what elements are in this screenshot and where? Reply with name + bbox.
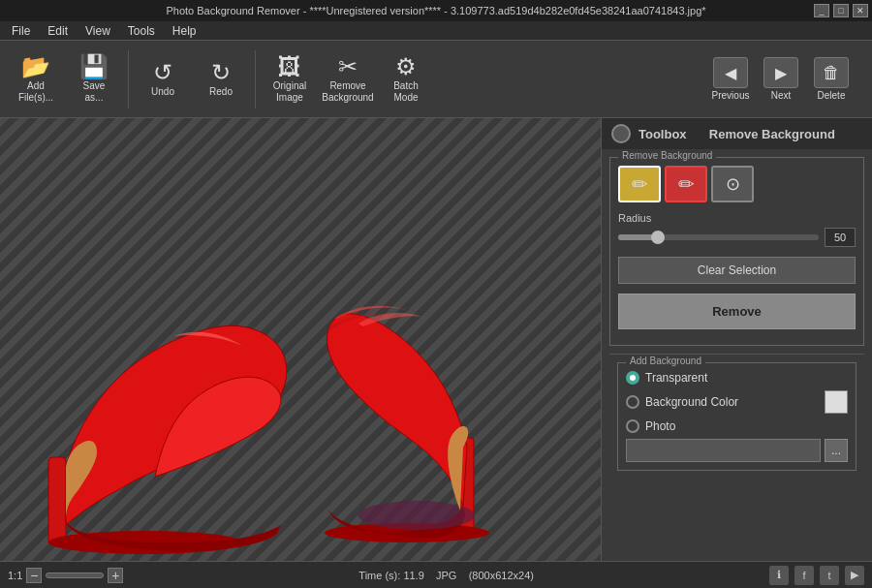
next-button[interactable]: ▶ Next <box>758 57 804 101</box>
format-label: JPG <box>436 570 456 581</box>
original-image-button[interactable]: 🖼 OriginalImage <box>262 46 318 113</box>
remove-bg-fieldset: Remove Background ✏ ✏ ⊙ Radius <box>609 157 864 346</box>
toolbox-icon <box>611 124 631 143</box>
radius-value: 50 <box>825 228 856 247</box>
browse-button[interactable]: ... <box>825 439 848 462</box>
original-image-icon: 🖼 <box>278 55 301 78</box>
delete-label: Delete <box>818 90 846 101</box>
paint-brush-icon: ✏ <box>632 172 648 196</box>
undo-icon: ↺ <box>153 61 172 84</box>
zoom-out-button[interactable]: − <box>26 568 42 583</box>
facebook-icon[interactable]: f <box>794 566 814 585</box>
main-area: Toolbox Remove Background Remove Backgro… <box>0 118 872 561</box>
time-label: Time (s): <box>358 570 400 581</box>
toolbar-separator-1 <box>128 50 129 108</box>
radius-slider-track[interactable] <box>618 234 819 240</box>
youtube-icon[interactable]: ▶ <box>845 566 864 585</box>
transparent-label: Transparent <box>645 371 707 385</box>
tool-buttons-row: ✏ ✏ ⊙ <box>618 166 856 202</box>
remove-bg-header-label: Remove Background <box>709 127 835 141</box>
zoom-slider[interactable] <box>46 573 104 578</box>
redo-label: Redo <box>209 86 233 98</box>
original-image-label: OriginalImage <box>273 80 306 104</box>
photo-label: Photo <box>645 419 675 433</box>
add-bg-section: Add Background Transparent Background Co… <box>609 354 864 486</box>
status-bar: 1:1 − + Time (s): 11.9 JPG (800x612x24) … <box>0 561 872 588</box>
batch-mode-icon: ⚙ <box>395 55 417 78</box>
batch-mode-button[interactable]: ⚙ BatchMode <box>378 46 434 113</box>
transparent-radio[interactable] <box>626 371 639 385</box>
save-as-label: Saveas... <box>83 80 106 104</box>
bg-color-label: Background Color <box>645 395 738 409</box>
eraser-icon: ✏ <box>678 172 695 196</box>
delete-icon: 🗑 <box>814 57 849 88</box>
toolbox-title: Toolbox <box>638 127 687 141</box>
remove-background-button[interactable]: ✂ RemoveBackground <box>320 46 376 113</box>
eraser-button[interactable]: ✏ <box>665 166 707 202</box>
title-bar: Photo Background Remover - ****Unregiste… <box>0 0 872 21</box>
save-as-button[interactable]: 💾 Saveas... <box>66 46 122 113</box>
remove-background-icon: ✂ <box>338 55 358 78</box>
shoes-canvas <box>0 128 601 561</box>
previous-icon: ◀ <box>713 57 748 88</box>
menu-view[interactable]: View <box>78 22 118 40</box>
photo-path-input[interactable] <box>626 439 821 462</box>
zoom-controls: 1:1 − + <box>8 568 123 583</box>
canvas-area[interactable] <box>0 118 601 561</box>
svg-rect-0 <box>48 457 66 544</box>
redo-icon: ↻ <box>211 61 231 84</box>
menu-edit[interactable]: Edit <box>40 22 76 40</box>
transparent-option[interactable]: Transparent <box>626 371 848 385</box>
zoom-in-button[interactable]: + <box>108 568 123 583</box>
window-controls[interactable]: _ □ ✕ <box>814 4 868 17</box>
add-files-button[interactable]: 📂 AddFile(s)... <box>8 46 64 113</box>
previous-label: Previous <box>712 90 750 101</box>
photo-input-row: ... <box>626 439 848 462</box>
remove-background-label: RemoveBackground <box>322 80 373 104</box>
menu-file[interactable]: File <box>4 22 38 40</box>
redo-button[interactable]: ↻ Redo <box>193 46 249 113</box>
clear-selection-button[interactable]: Clear Selection <box>618 257 856 284</box>
next-label: Next <box>771 90 792 101</box>
select-button[interactable]: ⊙ <box>711 166 754 202</box>
close-button[interactable]: ✕ <box>853 4 868 17</box>
info-icon[interactable]: ℹ <box>769 566 789 585</box>
svg-point-4 <box>358 501 475 530</box>
toolbox-panel: Toolbox Remove Background Remove Backgro… <box>601 118 872 561</box>
radius-slider-thumb[interactable] <box>651 231 665 244</box>
toolbar: 📂 AddFile(s)... 💾 Saveas... ↺ Undo ↻ Red… <box>0 41 872 118</box>
minimize-button[interactable]: _ <box>814 4 829 17</box>
undo-label: Undo <box>151 86 174 98</box>
menu-bar: File Edit View Tools Help <box>0 21 872 41</box>
toolbox-header: Toolbox Remove Background <box>602 118 872 149</box>
color-swatch[interactable] <box>825 390 848 414</box>
photo-radio[interactable] <box>626 419 639 433</box>
status-icons: ℹ f t ▶ <box>769 566 864 585</box>
status-info: Time (s): 11.9 JPG (800x612x24) <box>135 570 758 581</box>
dimensions-label: (800x612x24) <box>469 570 534 581</box>
undo-button[interactable]: ↺ Undo <box>135 46 191 113</box>
remove-button[interactable]: Remove <box>618 294 856 329</box>
menu-help[interactable]: Help <box>165 22 204 40</box>
delete-button[interactable]: 🗑 Delete <box>808 57 855 101</box>
add-bg-fieldset: Add Background Transparent Background Co… <box>617 362 856 471</box>
next-icon: ▶ <box>763 57 798 88</box>
photo-option[interactable]: Photo <box>626 419 848 433</box>
add-bg-legend: Add Background <box>626 356 705 366</box>
window-title: Photo Background Remover - ****Unregiste… <box>8 5 864 16</box>
bg-color-option[interactable]: Background Color <box>626 390 848 414</box>
time-value: 11.9 <box>403 570 423 581</box>
bg-color-radio[interactable] <box>626 395 639 409</box>
paint-brush-button[interactable]: ✏ <box>618 166 661 202</box>
radius-label: Radius <box>618 212 856 224</box>
toolbar-separator-2 <box>255 50 256 108</box>
add-files-icon: 📂 <box>21 55 50 78</box>
radius-slider-row: 50 <box>618 228 856 247</box>
menu-tools[interactable]: Tools <box>120 22 163 40</box>
batch-mode-label: BatchMode <box>393 80 419 104</box>
twitter-icon[interactable]: t <box>820 566 839 585</box>
add-files-label: AddFile(s)... <box>18 80 53 104</box>
previous-button[interactable]: ◀ Previous <box>707 57 754 101</box>
restore-button[interactable]: □ <box>833 4 849 17</box>
zoom-level: 1:1 <box>8 570 22 581</box>
